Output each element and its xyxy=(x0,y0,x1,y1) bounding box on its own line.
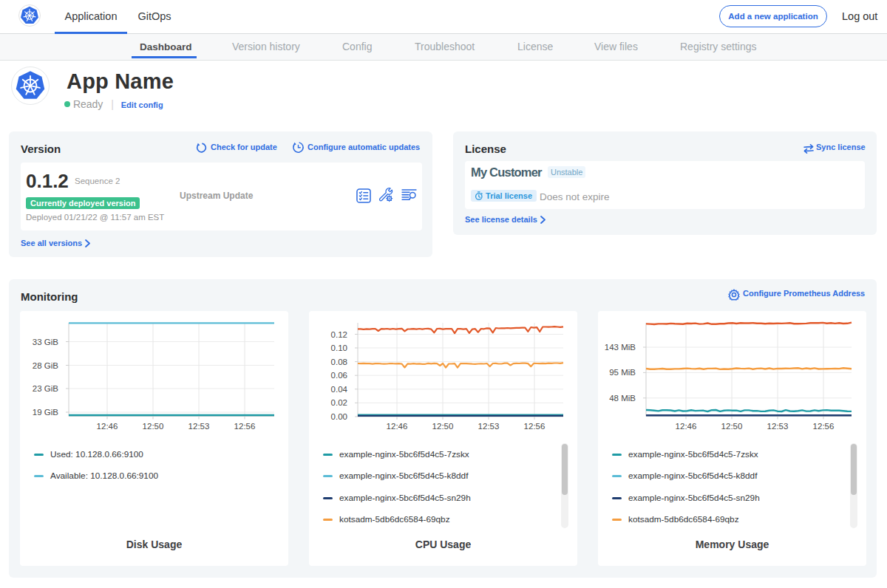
svg-text:12:46: 12:46 xyxy=(387,422,408,431)
svg-text:95 MiB: 95 MiB xyxy=(609,368,636,377)
svg-text:0.12: 0.12 xyxy=(331,330,347,339)
svg-text:12:46: 12:46 xyxy=(676,422,697,431)
svg-text:0.10: 0.10 xyxy=(331,343,347,352)
svg-text:28 GiB: 28 GiB xyxy=(33,361,58,370)
svg-text:12:46: 12:46 xyxy=(97,422,118,431)
svg-text:12:53: 12:53 xyxy=(478,422,500,431)
svg-text:12:56: 12:56 xyxy=(234,422,256,431)
svg-text:12:56: 12:56 xyxy=(524,422,546,431)
svg-text:143 MiB: 143 MiB xyxy=(605,343,636,352)
svg-text:12:50: 12:50 xyxy=(432,422,454,431)
svg-text:0.00: 0.00 xyxy=(331,412,347,421)
svg-text:12:50: 12:50 xyxy=(143,422,164,431)
svg-text:0.08: 0.08 xyxy=(331,358,347,366)
svg-text:23 GiB: 23 GiB xyxy=(33,384,58,393)
svg-text:0.02: 0.02 xyxy=(331,398,347,407)
svg-text:48 MiB: 48 MiB xyxy=(609,394,636,403)
svg-text:33 GiB: 33 GiB xyxy=(33,338,58,346)
svg-text:19 GiB: 19 GiB xyxy=(33,408,58,417)
svg-text:12:56: 12:56 xyxy=(813,422,835,431)
svg-text:12:53: 12:53 xyxy=(767,422,789,431)
svg-text:0.06: 0.06 xyxy=(331,371,347,380)
svg-text:12:53: 12:53 xyxy=(188,422,210,431)
svg-text:12:50: 12:50 xyxy=(721,422,743,431)
svg-text:0.04: 0.04 xyxy=(331,385,348,394)
